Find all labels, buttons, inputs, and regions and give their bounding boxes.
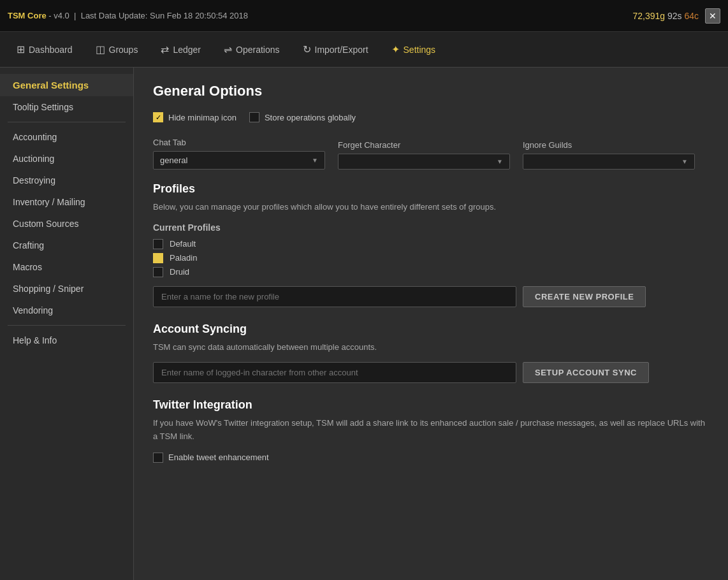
ignore-guilds-group: Ignore Guilds ▼ — [523, 140, 695, 170]
profile-default-name: Default — [170, 239, 196, 249]
content-area: General Options Hide minimap icon Store … — [134, 68, 728, 580]
chat-tab-label: Chat Tab — [153, 138, 325, 147]
profile-item-druid: Druid — [153, 267, 709, 277]
gold-amount: 72,391 — [632, 11, 660, 21]
sidebar-item-help-info[interactable]: Help & Info — [0, 330, 133, 351]
sidebar-item-destroying[interactable]: Destroying — [0, 170, 133, 191]
hide-minimap-checkbox[interactable] — [153, 112, 163, 122]
chat-tab-arrow-icon: ▼ — [312, 157, 318, 164]
title-bar: TSM Core - v4.0 | Last Data Update: Sun … — [0, 0, 728, 32]
setup-account-sync-button[interactable]: SETUP ACCOUNT SYNC — [523, 362, 649, 383]
nav-settings[interactable]: ✦ Settings — [381, 38, 446, 61]
sidebar-item-inventory-mailing[interactable]: Inventory / Mailing — [0, 191, 133, 213]
store-ops-label[interactable]: Store operations globally — [249, 112, 356, 122]
twitter-title: Twitter Integration — [153, 398, 709, 412]
profile-druid-name: Druid — [170, 267, 189, 277]
forget-char-arrow-icon: ▼ — [497, 158, 503, 165]
enable-tweet-checkbox[interactable] — [153, 453, 163, 463]
profiles-section-title: Profiles — [153, 182, 709, 196]
account-syncing-desc: TSM can sync data automatically between … — [153, 341, 709, 354]
chat-tab-group: Chat Tab general ▼ — [153, 138, 325, 170]
nav-operations-label: Operations — [236, 45, 279, 55]
settings-icon: ✦ — [391, 43, 400, 55]
sidebar-item-accounting[interactable]: Accounting — [0, 126, 133, 148]
hide-minimap-label[interactable]: Hide minimap icon — [153, 112, 237, 122]
profile-druid-icon — [153, 267, 163, 277]
store-ops-text: Store operations globally — [265, 113, 356, 122]
nav-ledger[interactable]: ⇄ Ledger — [150, 38, 211, 61]
account-sync-input[interactable] — [153, 362, 516, 383]
chat-tab-select[interactable]: general ▼ — [153, 151, 325, 170]
groups-icon: ◫ — [96, 43, 105, 55]
profile-item-paladin: Paladin — [153, 253, 709, 263]
forget-char-select[interactable]: ▼ — [338, 154, 510, 170]
sidebar-divider-1 — [8, 122, 126, 122]
ignore-guilds-label: Ignore Guilds — [523, 140, 695, 150]
nav-import-export-label: Import/Export — [315, 45, 368, 55]
sidebar-item-crafting[interactable]: Crafting — [0, 235, 133, 256]
nav-operations[interactable]: ⇌ Operations — [214, 38, 289, 61]
profiles-section-desc: Below, you can manage your profiles whic… — [153, 201, 709, 214]
sidebar-item-macros[interactable]: Macros — [0, 256, 133, 278]
profile-list: Default Paladin Druid — [153, 239, 709, 277]
account-sync-row: SETUP ACCOUNT SYNC — [153, 362, 709, 383]
ledger-icon: ⇄ — [161, 43, 169, 55]
store-ops-checkbox[interactable] — [249, 112, 259, 122]
enable-tweet-label[interactable]: Enable tweet enhancement — [153, 453, 709, 463]
app-version-number: v4.0 — [54, 11, 69, 20]
import-export-icon: ↻ — [303, 43, 311, 55]
profile-paladin-name: Paladin — [170, 253, 197, 263]
sidebar-item-general-settings[interactable]: General Settings — [0, 74, 133, 96]
data-update: Last Data Update: Sun Feb 18 20:50:54 20… — [81, 11, 248, 20]
currency-display: 72,391g 92s 64c — [632, 11, 699, 21]
enable-tweet-text: Enable tweet enhancement — [168, 453, 269, 462]
title-bar-info: TSM Core - v4.0 | Last Data Update: Sun … — [8, 11, 248, 20]
sidebar-item-vendoring[interactable]: Vendoring — [0, 300, 133, 321]
title-bar-right: 72,391g 92s 64c ✕ — [632, 8, 720, 24]
nav-groups-label: Groups — [109, 45, 138, 55]
profile-item-default: Default — [153, 239, 709, 249]
create-profile-button[interactable]: CREATE NEW PROFILE — [523, 286, 646, 307]
profile-paladin-icon — [153, 253, 163, 263]
sidebar-divider-2 — [8, 325, 126, 326]
nav-import-export[interactable]: ↻ Import/Export — [293, 38, 379, 61]
new-profile-row: CREATE NEW PROFILE — [153, 286, 709, 307]
close-button[interactable]: ✕ — [705, 8, 720, 24]
ignore-guilds-arrow-icon: ▼ — [681, 158, 688, 165]
profile-default-icon — [153, 239, 163, 249]
silver-amount: 92 — [667, 11, 678, 21]
chat-tab-value: general — [160, 156, 187, 165]
sidebar: General Settings Tooltip Settings Accoun… — [0, 68, 134, 580]
nav-groups[interactable]: ◫ Groups — [85, 38, 149, 61]
account-syncing-title: Account Syncing — [153, 323, 709, 336]
new-profile-input[interactable] — [153, 286, 516, 307]
dashboard-icon: ⊞ — [17, 43, 25, 55]
operations-icon: ⇌ — [224, 43, 232, 55]
sidebar-item-shopping-sniper[interactable]: Shopping / Sniper — [0, 278, 133, 300]
sidebar-item-auctioning[interactable]: Auctioning — [0, 148, 133, 170]
nav-dashboard[interactable]: ⊞ Dashboard — [6, 38, 83, 61]
copper-amount: 64 — [684, 11, 694, 21]
nav-dashboard-label: Dashboard — [29, 45, 73, 55]
main-layout: General Settings Tooltip Settings Accoun… — [0, 68, 728, 580]
nav-bar: ⊞ Dashboard ◫ Groups ⇄ Ledger ⇌ Operatio… — [0, 32, 728, 68]
options-row: Hide minimap icon Store operations globa… — [153, 112, 709, 122]
twitter-desc: If you have WoW's Twitter integration se… — [153, 417, 709, 444]
page-title: General Options — [153, 83, 709, 99]
nav-ledger-label: Ledger — [173, 45, 201, 55]
sidebar-item-tooltip-settings[interactable]: Tooltip Settings — [0, 96, 133, 118]
hide-minimap-text: Hide minimap icon — [168, 113, 237, 122]
nav-settings-label: Settings — [404, 45, 436, 55]
form-row-dropdowns: Chat Tab general ▼ Forget Character ▼ Ig… — [153, 138, 709, 170]
current-profiles-label: Current Profiles — [153, 222, 709, 233]
forget-char-group: Forget Character ▼ — [338, 140, 510, 170]
app-name: TSM Core — [8, 11, 47, 20]
sidebar-item-custom-sources[interactable]: Custom Sources — [0, 213, 133, 235]
ignore-guilds-select[interactable]: ▼ — [523, 154, 695, 170]
forget-char-label: Forget Character — [338, 140, 510, 150]
